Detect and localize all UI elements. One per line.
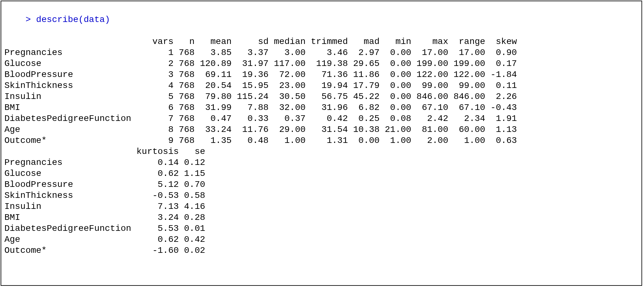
command-text: describe(data)	[36, 15, 110, 24]
prompt-symbol: >	[25, 15, 36, 24]
describe-output: vars n mean sd median trimmed mad min ma…	[4, 36, 638, 256]
r-console[interactable]: > describe(data) vars n mean sd median t…	[1, 1, 642, 286]
prompt-line: > describe(data)	[4, 3, 638, 36]
